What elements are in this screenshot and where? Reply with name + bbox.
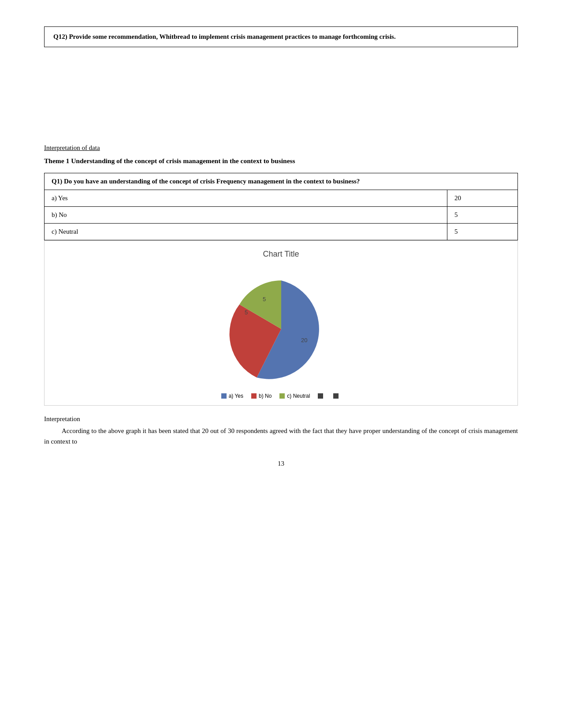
legend-color-neutral: [279, 393, 285, 399]
legend-color-yes: [221, 393, 227, 399]
legend-no: b) No: [251, 393, 272, 399]
option-a-label: a) Yes: [45, 190, 447, 207]
theme-prefix: Theme 1: [44, 157, 71, 164]
legend-label-yes: a) Yes: [229, 393, 243, 399]
pie-svg: 20 5 5: [197, 265, 365, 388]
table-row: c) Neutral 5: [45, 224, 518, 240]
question-box-text: Q12) Provide some recommendation, Whitbr…: [53, 33, 396, 40]
chart-title: Chart Title: [263, 250, 299, 259]
pie-chart: 20 5 5: [197, 265, 365, 388]
question-box: Q12) Provide some recommendation, Whitbr…: [44, 26, 518, 47]
legend-color-no: [251, 393, 257, 399]
theme-line: Theme 1 Understanding of the concept of …: [44, 157, 518, 165]
label-no: 5: [245, 309, 248, 316]
data-table: Q1) Do you have an understanding of the …: [44, 173, 518, 240]
interpretation-label: Interpretation: [44, 415, 518, 423]
label-yes: 20: [301, 337, 307, 343]
table-row: b) No 5: [45, 207, 518, 224]
table-header-row: Q1) Do you have an understanding of the …: [45, 173, 518, 190]
option-b-label: b) No: [45, 207, 447, 224]
theme-bold: Understanding of the concept of crisis m…: [71, 157, 295, 164]
legend-color-extra2: [333, 393, 339, 399]
interpretation-of-data-link[interactable]: Interpretation of data: [44, 144, 518, 152]
table-header-cell: Q1) Do you have an understanding of the …: [45, 173, 518, 190]
option-c-label: c) Neutral: [45, 224, 447, 240]
legend-color-extra1: [318, 393, 323, 399]
option-b-freq: 5: [447, 207, 518, 224]
chart-container: Chart Title 20 5 5 a) Yes: [44, 240, 518, 406]
legend-neutral: c) Neutral: [279, 393, 310, 399]
spacer: [44, 65, 518, 144]
legend-label-no: b) No: [259, 393, 272, 399]
interpretation-text: According to the above graph it has been…: [44, 426, 518, 447]
option-c-freq: 5: [447, 224, 518, 240]
legend-extra-2: [333, 393, 341, 399]
label-neutral: 5: [263, 296, 266, 302]
legend-label-neutral: c) Neutral: [287, 393, 310, 399]
table-row: a) Yes 20: [45, 190, 518, 207]
page-number: 13: [44, 460, 518, 467]
legend-extra-1: [318, 393, 325, 399]
legend-yes: a) Yes: [221, 393, 243, 399]
chart-legend: a) Yes b) No c) Neutral: [221, 393, 341, 399]
option-a-freq: 20: [447, 190, 518, 207]
